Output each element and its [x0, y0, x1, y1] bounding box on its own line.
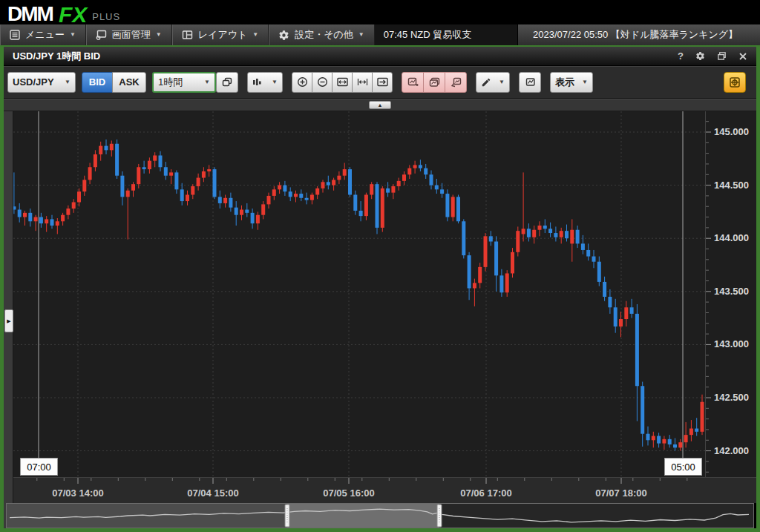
chevron-down-icon: ▼ [156, 32, 162, 38]
logo-fx: FX [59, 4, 87, 24]
time-axis-label: 07/03 14:00 [30, 487, 126, 499]
restore-window-icon[interactable] [717, 51, 727, 61]
dmmfx-app: DMM FX PLUS メニュー ▼ 画面管理 ▼ レイアウト ▼ 設定・その他… [0, 0, 760, 532]
compare-icon [222, 77, 232, 87]
menu-bar: メニュー ▼ 画面管理 ▼ レイアウト ▼ 設定・その他 ▼ 07:45 NZD… [0, 24, 760, 45]
menu-item-layout[interactable]: レイアウト ▼ [172, 24, 269, 45]
timeframe-select[interactable]: 1時間 ▼ [152, 72, 216, 93]
collapse-strip: ▲ [4, 99, 756, 111]
triangle-right-icon: ▶ [7, 318, 10, 324]
navigator[interactable] [6, 503, 754, 528]
price-axis-label: 143.500 [714, 286, 749, 297]
bid-button[interactable]: BID [82, 72, 113, 93]
news-ticker-text: 07:45 NZD 貿易収支 [384, 28, 471, 42]
crosshair-icon [729, 76, 741, 88]
ranking-info-panel[interactable]: 2023/07/22 05:50 【対ドル騰落率ランキング】 [518, 24, 760, 45]
pencil-icon [481, 77, 491, 88]
logo-plus: PLUS [92, 11, 120, 24]
menu-item-settings[interactable]: 設定・その他 ▼ [269, 24, 375, 45]
draw-tools-select[interactable]: ▼ [476, 72, 510, 93]
crosshair-button[interactable] [724, 72, 746, 93]
chart-toolbar: USD/JPY ▼ BID ASK 1時間 ▼ ▼ [4, 66, 756, 99]
zoom-in-icon [297, 76, 308, 88]
jump-to-latest-button[interactable] [372, 72, 393, 93]
chevron-down-icon: ▼ [204, 79, 210, 85]
price-axis-ticks [706, 111, 713, 477]
candlestick-plot[interactable] [13, 111, 705, 477]
fit-width-button[interactable] [352, 72, 373, 93]
price-axis-label: 142.000 [714, 445, 749, 456]
window-title: USD/JPY 1時間 BID [13, 50, 666, 63]
chevron-down-icon: ▼ [272, 79, 278, 85]
price-axis-label: 145.000 [714, 126, 749, 137]
menu-item-label: 設定・その他 [295, 28, 353, 42]
nav-handle-left[interactable] [285, 505, 289, 527]
chevron-down-icon: ▼ [252, 32, 258, 38]
overlay-chart-icon [429, 77, 440, 88]
chevron-down-icon: ▼ [499, 79, 505, 85]
session-time-label-left: 07:00 [20, 458, 58, 476]
collapse-panel-button[interactable]: ▲ [369, 101, 391, 109]
chevron-down-icon: ▼ [358, 32, 364, 38]
time-axis-ticks [13, 478, 705, 487]
timeframe-value: 1時間 [158, 76, 183, 89]
chart-type-select[interactable]: ▼ [247, 72, 283, 93]
menu-item-label: 画面管理 [112, 28, 151, 42]
layout-icon [182, 30, 193, 40]
price-axis[interactable]: 145.000144.500144.000143.500143.000142.5… [705, 111, 756, 477]
price-axis-label: 143.000 [714, 338, 749, 349]
symbol-select[interactable]: USD/JPY ▼ [7, 72, 76, 93]
time-axis-label: 07/05 16:00 [301, 487, 397, 499]
navigator-sparkline [7, 504, 753, 528]
close-icon[interactable] [738, 52, 747, 61]
detach-chart-icon [451, 77, 462, 88]
zoom-in-button[interactable] [292, 72, 312, 93]
fit-width-icon [357, 77, 368, 87]
expand-horizontal-icon [337, 77, 348, 87]
session-time-label-right: 05:00 [664, 458, 702, 476]
menu-item-label: レイアウト [198, 28, 248, 42]
list-icon [10, 30, 20, 40]
logo: DMM FX PLUS [0, 0, 760, 24]
time-axis[interactable]: 07/03 14:0007/04 15:0007/05 16:0007/06 1… [13, 477, 756, 503]
symbol-value: USD/JPY [13, 76, 54, 88]
news-ticker[interactable]: 07:45 NZD 貿易収支 [375, 24, 518, 45]
chevron-down-icon: ▼ [65, 79, 71, 85]
nav-handle-right[interactable] [437, 505, 442, 527]
overlay-chart-button[interactable] [423, 72, 445, 93]
zoom-out-icon [317, 76, 328, 88]
help-icon[interactable]: ? [678, 50, 684, 62]
ranking-info-text: 2023/07/22 05:50 【対ドル騰落率ランキング】 [533, 28, 738, 42]
display-label: 表示 [555, 76, 574, 89]
chart-settings-button[interactable] [519, 72, 541, 93]
window-settings-gear-icon[interactable] [695, 51, 705, 61]
menu-item-screen-management[interactable]: 画面管理 ▼ [86, 24, 172, 45]
compare-symbol-button[interactable] [216, 72, 238, 93]
price-axis-label: 144.000 [714, 232, 749, 243]
time-axis-label: 07/04 15:00 [165, 487, 261, 499]
ask-label: ASK [119, 76, 139, 88]
price-axis-label: 144.500 [714, 180, 749, 191]
bid-label: BID [89, 76, 105, 88]
price-axis-label: 142.500 [714, 392, 749, 403]
arrow-right-icon [377, 77, 388, 87]
detach-chart-button[interactable] [445, 72, 467, 93]
logo-dmm: DMM [7, 4, 53, 24]
chart-window-titlebar: USD/JPY 1時間 BID ? [4, 47, 756, 66]
expand-horizontal-button[interactable] [332, 72, 353, 93]
add-chart-button[interactable] [402, 72, 424, 93]
screens-icon [96, 30, 107, 40]
gear-icon [278, 30, 289, 41]
panel-expand-handle[interactable]: ▶ [4, 309, 13, 332]
time-axis-label: 07/06 17:00 [438, 487, 534, 499]
triangle-up-icon: ▲ [378, 102, 383, 108]
time-axis-label: 07/07 18:00 [573, 487, 669, 499]
menu-item-menu[interactable]: メニュー ▼ [0, 24, 86, 45]
chart-settings-icon [525, 77, 536, 88]
candlestick-chart-icon [252, 77, 262, 87]
zoom-out-button[interactable] [312, 72, 332, 93]
chevron-down-icon: ▼ [582, 79, 588, 85]
menu-item-label: メニュー [25, 28, 65, 42]
ask-button[interactable]: ASK [112, 72, 146, 93]
display-select[interactable]: 表示 ▼ [550, 72, 593, 93]
